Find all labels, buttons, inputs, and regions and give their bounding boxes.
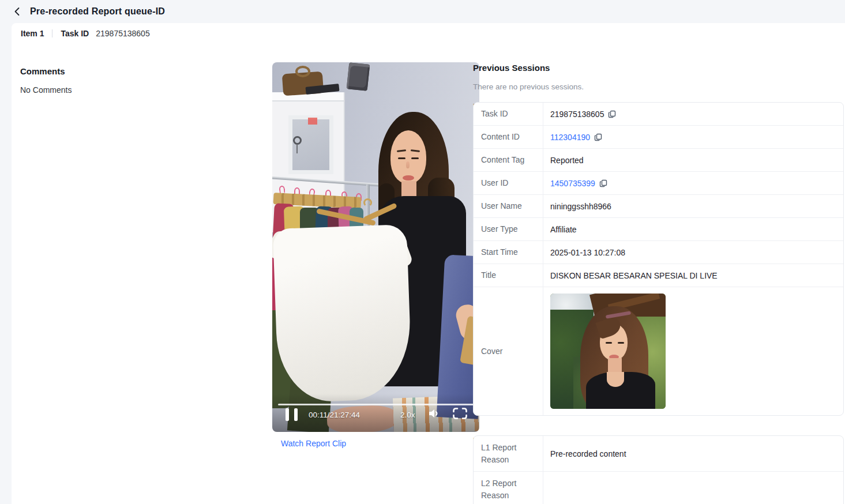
volume-button[interactable] (427, 407, 441, 422)
task-id-value-text: 219875138605 (550, 110, 604, 119)
copy-icon (608, 110, 616, 118)
row-label: Title (474, 264, 543, 287)
table-row: Start Time 2025-01-13 10:27:08 (474, 241, 843, 264)
person-eye (398, 157, 405, 159)
cover-thumbnail[interactable] (550, 294, 666, 409)
previous-sessions-heading: Previous Sessions (473, 63, 550, 73)
card-header: Item 1 Task ID 219875138605 (21, 27, 150, 40)
row-value: Affiliate (543, 218, 843, 240)
row-value: Pre-recorded content (543, 436, 843, 471)
table-row: User ID 1450735399 (474, 172, 843, 195)
dreamcatcher-tail (296, 144, 298, 153)
hanger-hook-main (363, 198, 372, 207)
cover-person-chest (607, 372, 624, 387)
copy-button[interactable] (594, 133, 602, 141)
row-label: User Type (474, 218, 543, 240)
copy-button[interactable] (608, 110, 616, 118)
row-value (543, 472, 843, 504)
video-controls: 00:11/21:27:44 2.0x (272, 409, 479, 428)
table-row: L1 Report Reason Pre-recorded content (474, 436, 843, 472)
row-value: 112304190 (543, 126, 843, 148)
comments-empty-text: No Comments (20, 85, 72, 95)
fit-screen-button[interactable] (452, 407, 468, 422)
table-row: User Name nininggsshh8966 (474, 195, 843, 218)
row-label: Content ID (474, 126, 543, 148)
comments-heading: Comments (20, 66, 65, 76)
row-label: L1 Report Reason (474, 436, 543, 471)
table-row: User Type Affiliate (474, 218, 843, 241)
white-tshirt (273, 224, 412, 403)
row-value: nininggsshh8966 (543, 195, 843, 217)
wall-outlet (347, 62, 370, 91)
person-lips (403, 175, 414, 180)
row-label: Cover (474, 287, 543, 415)
row-label: Task ID (474, 103, 543, 125)
task-id-label: Task ID (61, 29, 89, 38)
task-id-value: 219875138605 (96, 29, 149, 38)
back-button[interactable] (9, 3, 25, 20)
reported-user-table: Task ID 219875138605 Content ID 112304 (473, 102, 844, 416)
row-value: 219875138605 (543, 103, 843, 125)
row-label: User Name (474, 195, 543, 217)
row-value: 2025-01-13 10:27:08 (543, 241, 843, 264)
table-row: Title DISKON BESAR BESARAN SPESIAL DI LI… (474, 264, 843, 287)
user-id-link[interactable]: 1450735399 (550, 179, 595, 188)
row-value: DISKON BESAR BESARAN SPESIAL DI LIVE (543, 264, 843, 287)
dreamcatcher (293, 136, 302, 145)
pause-icon (294, 408, 298, 421)
cover-person-eye (606, 342, 612, 344)
volume-icon (427, 407, 441, 420)
watch-report-clip-link[interactable]: Watch Report Clip (281, 439, 346, 448)
table-row: L2 Report Reason (474, 472, 843, 504)
pause-button[interactable] (286, 408, 298, 421)
cover-person-eye (618, 342, 624, 344)
table-row-cover: Cover (474, 287, 843, 415)
person-nose (406, 161, 410, 168)
row-label: User ID (474, 172, 543, 194)
video-player[interactable]: 00:11/21:27:44 2.0x (272, 62, 479, 432)
video-progress-bar[interactable] (278, 404, 474, 405)
pause-icon (286, 408, 289, 421)
copy-icon (599, 179, 607, 187)
copy-button[interactable] (599, 179, 607, 187)
playback-rate-button[interactable]: 2.0x (400, 411, 415, 419)
row-value (543, 287, 843, 415)
content-card: Item 1 Task ID 219875138605 Comments No … (12, 23, 845, 504)
copy-icon (594, 133, 602, 141)
table-row: Content Tag Reported (474, 149, 843, 172)
content-id-link[interactable]: 112304190 (550, 133, 590, 142)
previous-sessions-empty-text: There are no previous sessions. (473, 82, 584, 91)
top-bar: Pre-recorded Report queue-ID (0, 0, 845, 23)
row-label: Content Tag (474, 149, 543, 171)
chevron-left-icon (13, 7, 22, 16)
fit-screen-icon (452, 407, 468, 420)
row-value: Reported (543, 149, 843, 171)
mirror-sticker (308, 118, 317, 125)
person-eye (411, 157, 419, 159)
table-row: Task ID 219875138605 (474, 103, 843, 126)
item-label: Item 1 (21, 29, 44, 38)
page-title: Pre-recorded Report queue-ID (30, 6, 165, 17)
video-time: 00:11/21:27:44 (309, 411, 360, 419)
header-divider (52, 29, 52, 37)
table-row: Content ID 112304190 (474, 126, 843, 149)
reporter-table: L1 Report Reason Pre-recorded content L2… (473, 435, 844, 504)
bag-handle (295, 66, 310, 77)
row-label: L2 Report Reason (474, 472, 543, 504)
row-label: Start Time (474, 241, 543, 264)
row-value: 1450735399 (543, 172, 843, 194)
